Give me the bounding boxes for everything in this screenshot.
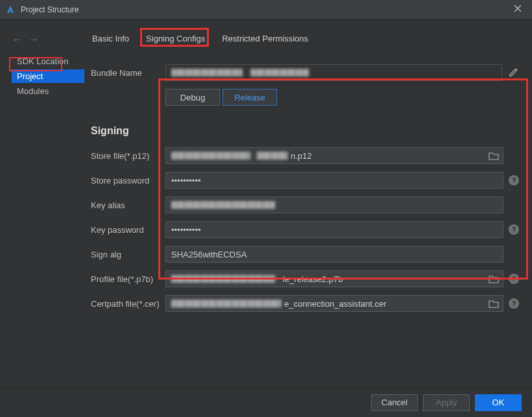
store-password-row: Store password •••••••••• ? (91, 172, 519, 189)
bundle-name-field[interactable] (165, 64, 502, 81)
store-file-field[interactable]: n.p12 (165, 147, 503, 164)
help-icon[interactable]: ? (509, 298, 519, 309)
apply-button[interactable]: Apply (423, 394, 470, 411)
tab-restricted-permissions[interactable]: Restricted Permissions (221, 31, 309, 46)
mode-tab-debug[interactable]: Debug (165, 89, 220, 106)
store-file-suffix: n.p12 (289, 151, 312, 161)
help-icon[interactable]: ? (509, 224, 519, 235)
footer: Cancel Apply OK (0, 387, 532, 417)
sidebar-item-sdk-location[interactable]: SDK Location (12, 54, 84, 68)
title-bar: Project Structure (0, 0, 532, 19)
certpath-file-label: Certpath file(*.cer) (91, 299, 165, 309)
ok-button[interactable]: OK (475, 394, 522, 411)
folder-icon[interactable] (489, 151, 499, 160)
edit-icon[interactable] (509, 67, 519, 79)
forward-arrow-icon[interactable]: → (29, 34, 39, 45)
tabs-row: Basic Info Signing Configs Restricted Pe… (91, 27, 519, 46)
profile-file-field[interactable]: le_release2.p7b (165, 270, 503, 287)
sign-alg-row: Sign alg SHA256withECDSA (91, 246, 519, 263)
close-icon[interactable] (509, 2, 527, 17)
key-password-field[interactable]: •••••••••• (165, 221, 503, 238)
key-alias-label: Key alias (91, 200, 165, 210)
mode-tabs-row: Debug Release (91, 89, 519, 117)
store-password-field[interactable]: •••••••••• (165, 172, 503, 189)
store-password-label: Store password (91, 176, 165, 185)
certpath-file-field[interactable]: e_connection_assistant.cer (165, 295, 503, 312)
mode-tab-release[interactable]: Release (223, 89, 277, 106)
store-file-label: Store file(*.p12) (91, 151, 165, 161)
signing-heading: Signing (91, 125, 519, 137)
sign-alg-field[interactable]: SHA256withECDSA (165, 246, 503, 263)
window-title: Project Structure (21, 5, 509, 14)
key-alias-row: Key alias (91, 197, 519, 213)
nav-arrows: ← → (12, 34, 84, 45)
profile-file-suffix: le_release2.p7b (282, 274, 343, 284)
folder-icon[interactable] (489, 299, 499, 308)
tab-signing-configs[interactable]: Signing Configs (145, 31, 206, 46)
help-icon[interactable]: ? (509, 175, 519, 185)
key-alias-field[interactable] (165, 197, 503, 213)
main-panel: Basic Info Signing Configs Restricted Pe… (84, 27, 532, 387)
store-file-row: Store file(*.p12) n.p12 (91, 147, 519, 164)
app-logo-icon (5, 5, 16, 15)
sidebar-item-project[interactable]: Project (12, 69, 84, 83)
sign-alg-label: Sign alg (91, 250, 165, 259)
certpath-file-suffix: e_connection_assistant.cer (283, 299, 387, 309)
help-icon[interactable]: ? (509, 274, 519, 284)
key-password-row: Key password •••••••••• ? (91, 221, 519, 238)
profile-file-label: Profile file(*.p7b) (91, 274, 165, 284)
bundle-name-label: Bundle Name (91, 68, 165, 78)
cancel-button[interactable]: Cancel (371, 394, 418, 411)
sidebar-item-modules[interactable]: Modules (12, 84, 84, 98)
profile-file-row: Profile file(*.p7b) le_release2.p7b ? (91, 270, 519, 287)
folder-icon[interactable] (489, 274, 499, 283)
back-arrow-icon[interactable]: ← (12, 34, 22, 45)
tab-basic-info[interactable]: Basic Info (91, 31, 130, 46)
content-area: ← → SDK Location Project Modules Basic I… (0, 19, 532, 387)
key-password-label: Key password (91, 225, 165, 235)
certpath-file-row: Certpath file(*.cer) e_connection_assist… (91, 295, 519, 312)
sidebar: ← → SDK Location Project Modules (0, 27, 84, 387)
bundle-name-row: Bundle Name (91, 64, 519, 81)
